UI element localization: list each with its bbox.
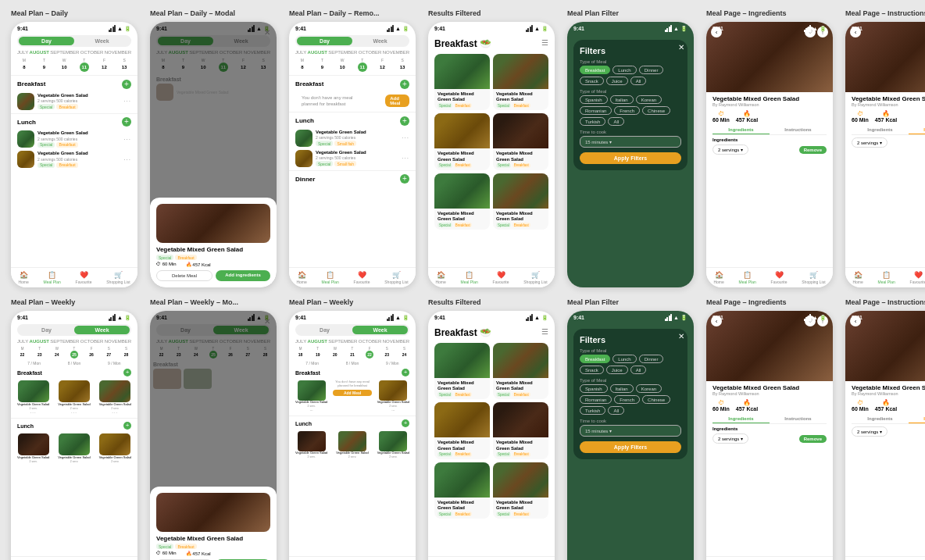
tab-week-1[interactable]: Week: [74, 37, 130, 45]
chip-all-meal-12[interactable]: All: [630, 366, 647, 374]
add-lunch-btn-3[interactable]: +: [400, 116, 409, 126]
time-cook-select-12[interactable]: 15 minutes ▾: [580, 425, 681, 437]
meal-dots-3[interactable]: ···: [123, 156, 131, 163]
nav-home-6[interactable]: 🏠Home: [713, 271, 723, 284]
meal-dots-lunch-3[interactable]: ···: [402, 134, 409, 141]
chip-french-12[interactable]: French: [614, 395, 640, 404]
chip-spanish-12[interactable]: Spanish: [580, 384, 608, 393]
chip-chinese-12[interactable]: Chinese: [642, 395, 670, 404]
tab-instructions-14[interactable]: Instructions: [909, 415, 925, 423]
nav-fav-3[interactable]: ❤️Favourite: [354, 271, 370, 284]
add-weekly-lunch-btn-10[interactable]: +: [402, 419, 409, 427]
chip-italian-12[interactable]: Italian: [610, 384, 634, 393]
chip-juice-5[interactable]: Juice: [606, 77, 628, 85]
meal-card-11-3[interactable]: Vegetable Mixed Green SaladSpecialBreakf…: [434, 402, 490, 458]
chip-romanian-12[interactable]: Romanian: [580, 395, 612, 404]
tab-instructions-6[interactable]: Instructions: [770, 126, 827, 134]
add-breakfast-btn-3[interactable]: +: [400, 80, 409, 89]
chip-lunch-5[interactable]: Lunch: [612, 66, 636, 74]
chip-breakfast-12[interactable]: Breakfast: [580, 355, 610, 363]
add-dinner-btn-3[interactable]: +: [400, 174, 409, 184]
chip-breakfast-5[interactable]: Breakfast: [580, 66, 610, 74]
month-jul-1[interactable]: JULY: [17, 50, 28, 55]
remove-btn-6[interactable]: Remove: [799, 146, 827, 154]
meal-card-4-1[interactable]: Vegetable Mixed Green SaladSpecialBreakf…: [434, 54, 490, 110]
nav-mealplan-1[interactable]: 📋Meal Plan: [44, 271, 61, 284]
meal-card-4-5[interactable]: Vegetable Mixed Green SaladSpecialBreakf…: [434, 173, 490, 230]
meal-card-4-3[interactable]: Vegetable Mixed Green SaladSpecialBreakf…: [434, 113, 490, 169]
tab-day-1[interactable]: Day: [19, 37, 74, 45]
nav-fav-1[interactable]: ❤️Favourite: [76, 271, 92, 284]
serving-select-7[interactable]: 2 servings ▾: [852, 137, 888, 148]
modal-overlay-9[interactable]: ✕ Vegetable Mixed Green Salad Special Br…: [150, 311, 277, 560]
chip-romanian-5[interactable]: Romanian: [580, 106, 612, 115]
meal-card-11-5[interactable]: Vegetable Mixed Green SaladSpecialBreakf…: [434, 462, 490, 519]
add-meal-btn-3[interactable]: Add Meal: [385, 95, 409, 107]
nav-shop-4[interactable]: 🛒Shopping List: [523, 271, 547, 284]
filter-close-btn-5[interactable]: ✕: [678, 43, 684, 52]
nav-fav-4[interactable]: ❤️Favourite: [493, 271, 509, 284]
add-weekly-breakfast-btn-10[interactable]: +: [402, 369, 409, 376]
chip-korean-5[interactable]: Korean: [636, 95, 662, 104]
chip-snack-5[interactable]: Snack: [580, 77, 604, 85]
meal-card-4-6[interactable]: Vegetable Mixed Green SaladSpecialBreakf…: [493, 173, 548, 230]
time-cook-select-5[interactable]: 15 minutes ▾: [580, 136, 681, 148]
modal-overlay-2[interactable]: ✕ Vegetable Mixed Green Salad Special Br…: [150, 22, 277, 287]
meal-dots-1[interactable]: ···: [123, 98, 131, 105]
add-lunch-btn-1[interactable]: +: [122, 117, 131, 127]
nav-fav-6[interactable]: ❤️Favourite: [771, 271, 788, 284]
add-weekly-breakfast-btn-8[interactable]: +: [123, 369, 131, 376]
chip-dinner-5[interactable]: Dinner: [639, 66, 664, 74]
nav-home-1[interactable]: 🏠Home: [18, 271, 28, 284]
tab-ingredients-13[interactable]: Ingredients: [712, 415, 770, 423]
chip-all-cuisine-12[interactable]: All: [608, 406, 624, 415]
filter-icon-11[interactable]: ☰: [541, 327, 548, 336]
nav-mealplan-7[interactable]: 📋Meal Plan: [878, 271, 895, 284]
chip-lunch-12[interactable]: Lunch: [612, 355, 636, 363]
chip-turkish-12[interactable]: Turkish: [580, 406, 605, 415]
nav-shop-3[interactable]: 🛒Shopping List: [384, 271, 408, 284]
chip-italian-5[interactable]: Italian: [610, 95, 634, 104]
nav-home-7[interactable]: 🏠Home: [852, 271, 862, 284]
chip-all-meal-5[interactable]: All: [630, 77, 647, 85]
nav-mealplan-4[interactable]: 📋Meal Plan: [461, 271, 478, 284]
nav-fav-7[interactable]: ❤️Favourite: [910, 271, 925, 284]
nav-home-3[interactable]: 🏠Home: [296, 271, 306, 284]
month-nov-1[interactable]: NOVEMBER: [105, 50, 131, 55]
add-ingredients-btn-2[interactable]: Add ingredients: [216, 270, 270, 281]
chip-korean-12[interactable]: Korean: [636, 384, 662, 393]
filter-close-btn-12[interactable]: ✕: [678, 332, 684, 341]
add-weekly-lunch-btn-8[interactable]: +: [123, 422, 131, 430]
apply-filters-btn-12[interactable]: Apply Filters: [580, 441, 681, 453]
filter-icon-4[interactable]: ☰: [541, 38, 548, 47]
meal-card-11-4[interactable]: Vegetable Mixed Green SaladSpecialBreakf…: [493, 402, 548, 458]
nav-mealplan-6[interactable]: 📋Meal Plan: [739, 271, 756, 284]
meal-card-11-1[interactable]: Vegetable Mixed Green SaladSpecialBreakf…: [434, 343, 490, 399]
delete-meal-btn-2[interactable]: Delete Meal: [156, 270, 212, 281]
nav-home-4[interactable]: 🏠Home: [435, 271, 445, 284]
meal-card-4-2[interactable]: Vegetable Mixed Green SaladSpecialBreakf…: [493, 54, 548, 110]
meal-card-4-4[interactable]: Vegetable Mixed Green SaladSpecialBreakf…: [493, 113, 548, 169]
nav-mealplan-3[interactable]: 📋Meal Plan: [322, 271, 339, 284]
nav-shop-1[interactable]: 🛒Shopping List: [106, 271, 130, 284]
chip-all-cuisine-5[interactable]: All: [608, 117, 624, 126]
tab-instructions-13[interactable]: Instructions: [770, 415, 827, 423]
meal-card-11-2[interactable]: Vegetable Mixed Green SaladSpecialBreakf…: [493, 343, 548, 399]
serving-select-6[interactable]: 2 servings ▾: [712, 144, 748, 155]
remove-btn-13[interactable]: Remove: [799, 435, 827, 443]
serving-select-13[interactable]: 2 servings ▾: [712, 433, 748, 444]
tab-ingredients-7[interactable]: Ingredients: [852, 126, 909, 134]
chip-spanish-5[interactable]: Spanish: [580, 95, 608, 104]
month-oct-1[interactable]: OCTOBER: [80, 50, 104, 55]
meal-card-11-6[interactable]: Vegetable Mixed Green SaladSpecialBreakf…: [493, 462, 548, 519]
tab-ingredients-6[interactable]: Ingredients: [712, 126, 770, 134]
nav-shop-6[interactable]: 🛒Shopping List: [802, 271, 825, 284]
modal-close-btn-2[interactable]: ✕: [264, 28, 270, 37]
month-sep-1[interactable]: SEPTEMBER: [50, 50, 79, 55]
apply-filters-btn-5[interactable]: Apply Filters: [580, 152, 681, 164]
chip-turkish-5[interactable]: Turkish: [580, 117, 605, 126]
add-breakfast-btn-1[interactable]: +: [122, 80, 131, 89]
serving-select-14[interactable]: 2 servings ▾: [852, 426, 888, 437]
meal-dots-2[interactable]: ···: [123, 136, 131, 143]
tab-ingredients-14[interactable]: Ingredients: [852, 415, 909, 423]
